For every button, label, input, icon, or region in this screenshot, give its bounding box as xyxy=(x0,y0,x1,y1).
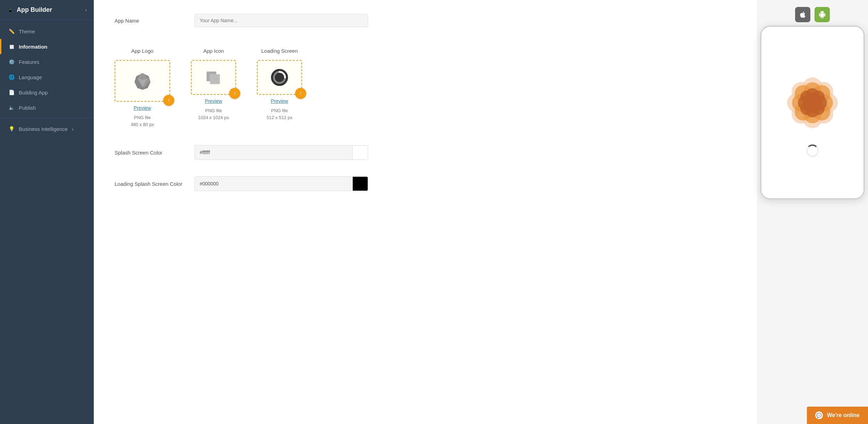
sidebar-divider xyxy=(0,118,94,118)
sidebar: 📱 App Builder › ✏️ Theme ▦ Information ⚙… xyxy=(0,0,94,424)
app-logo-file-info: PNG file 480 x 80 px xyxy=(131,114,154,128)
chevron-right-icon: › xyxy=(85,7,87,13)
info-icon: ▦ xyxy=(8,43,15,50)
splash-color-label: Splash Screen Color xyxy=(115,150,184,156)
sidebar-item-language[interactable]: 🌐 Language xyxy=(0,69,94,85)
apple-platform-btn[interactable] xyxy=(795,7,810,22)
loading-screen-img xyxy=(270,68,289,86)
sidebar-header[interactable]: 📱 App Builder › xyxy=(0,0,94,20)
app-icon-upload-btn[interactable]: ↑ xyxy=(229,88,240,99)
splash-color-input-wrap xyxy=(194,145,368,160)
speaker-icon: 🔈 xyxy=(8,105,15,111)
sidebar-nav: ✏️ Theme ▦ Information ⚙️ Features 🌐 Lan… xyxy=(0,20,94,140)
app-logo-label: App Logo xyxy=(131,48,153,54)
app-icon-upload: App Icon ↑ Preview PNG file 1024 x 1024 … xyxy=(191,48,236,128)
app-icon-label: App Icon xyxy=(203,48,224,54)
sidebar-business-label: Business Intelligence xyxy=(19,126,68,132)
app-icon-file-info: PNG file 1024 x 1024 px xyxy=(198,107,229,121)
android-icon xyxy=(818,11,826,18)
svg-rect-6 xyxy=(210,74,220,84)
loading-screen-preview-link[interactable]: Preview xyxy=(271,98,288,104)
app-name-input[interactable] xyxy=(194,14,368,27)
loading-screen-label: Loading Screen xyxy=(261,48,298,54)
sidebar-title: App Builder xyxy=(17,6,52,14)
chevron-right-icon: › xyxy=(72,126,74,132)
platform-icons xyxy=(795,7,830,22)
flower-svg xyxy=(778,68,847,138)
svg-marker-1 xyxy=(138,73,147,80)
svg-point-33 xyxy=(803,93,822,113)
app-name-label: App Name xyxy=(115,18,184,24)
mobile-icon: 📱 xyxy=(7,7,13,13)
phone-screen xyxy=(761,27,863,198)
app-icon-preview xyxy=(205,69,222,86)
sidebar-item-label: Features xyxy=(19,59,39,65)
loading-screen-file-info: PNG file 512 x 512 px xyxy=(267,107,292,121)
app-icon-img xyxy=(205,69,222,86)
phone-preview-panel xyxy=(757,0,868,424)
sidebar-item-information[interactable]: ▦ Information xyxy=(0,39,94,54)
gear-icon: ⚙️ xyxy=(8,59,15,65)
upload-section: App Logo ↑ Preview PNG file 480 x 80 px xyxy=(115,48,736,128)
sidebar-item-building-app[interactable]: 📄 Building App xyxy=(0,85,94,100)
globe-icon: 🌐 xyxy=(8,74,15,80)
brush-icon: ✏️ xyxy=(8,28,15,34)
phone-frame xyxy=(760,26,865,199)
sidebar-item-publish[interactable]: 🔈 Publish xyxy=(0,100,94,115)
flower-graphic xyxy=(778,68,847,138)
sidebar-item-features[interactable]: ⚙️ Features xyxy=(0,54,94,69)
app-logo-upload: App Logo ↑ Preview PNG file 480 x 80 px xyxy=(115,48,170,128)
sidebar-item-business-intelligence[interactable]: 💡 Business Intelligence › xyxy=(0,121,94,136)
app-logo-preview xyxy=(132,70,153,91)
loading-splash-color-input-wrap xyxy=(194,176,368,191)
sidebar-item-label: Theme xyxy=(19,28,35,34)
loading-screen-preview xyxy=(270,68,289,87)
chat-icon: 💬 xyxy=(815,411,823,419)
splash-color-swatch[interactable] xyxy=(352,146,368,159)
splash-color-input[interactable] xyxy=(195,146,352,159)
loading-screen-upload-btn[interactable]: ↑ xyxy=(295,88,306,99)
main-content: App Name App Logo ↑ Preview xyxy=(94,0,757,424)
bulb-icon: 💡 xyxy=(8,126,15,132)
chat-label: We're online xyxy=(827,412,860,418)
apple-icon xyxy=(799,11,807,18)
sidebar-item-label: Publish xyxy=(19,105,36,111)
sidebar-item-label: Building App xyxy=(19,90,48,95)
dodecahedron-icon xyxy=(133,72,152,91)
loading-screen-upload: Loading Screen ↑ Preview PNG file 512 x … xyxy=(257,48,302,128)
loading-splash-color-label: Loading Splash Screen Color xyxy=(115,181,184,187)
app-icon-dropzone[interactable]: ↑ xyxy=(191,60,236,95)
app-logo-dropzone[interactable]: ↑ xyxy=(115,60,170,102)
app-logo-preview-link[interactable]: Preview xyxy=(134,105,151,111)
android-platform-btn[interactable] xyxy=(815,7,830,22)
sidebar-item-label: Information xyxy=(19,44,48,50)
chat-widget[interactable]: 💬 We're online xyxy=(807,407,868,424)
splash-color-row: Splash Screen Color xyxy=(115,145,736,160)
sidebar-item-theme[interactable]: ✏️ Theme xyxy=(0,24,94,39)
loading-spinner xyxy=(806,144,819,157)
file-icon: 📄 xyxy=(8,89,15,95)
app-icon-preview-link[interactable]: Preview xyxy=(205,98,222,104)
app-logo-upload-btn[interactable]: ↑ xyxy=(163,95,174,106)
loading-screen-dropzone[interactable]: ↑ xyxy=(257,60,302,95)
loading-splash-color-row: Loading Splash Screen Color xyxy=(115,176,736,191)
app-name-row: App Name xyxy=(115,14,736,27)
loading-splash-color-input[interactable] xyxy=(195,177,352,190)
sidebar-item-label: Language xyxy=(19,74,42,80)
loading-splash-color-swatch[interactable] xyxy=(352,177,368,191)
